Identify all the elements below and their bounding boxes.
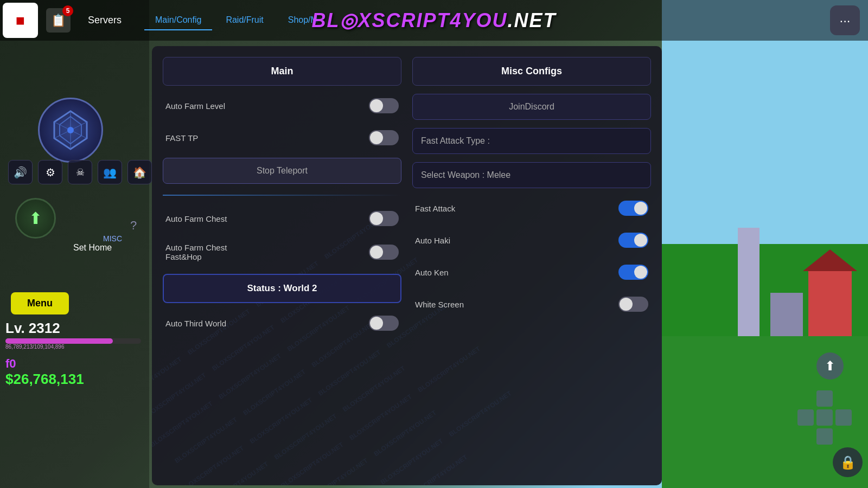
auto-haki-toggle[interactable] — [618, 233, 648, 248]
beli-f0: f0 — [5, 357, 84, 371]
misc-label: MISC — [103, 234, 122, 243]
top-bar: ■ 📋 5 Servers Main/Config Raid/Fruit Sho… — [0, 0, 868, 41]
toggle-knob — [370, 212, 383, 225]
right-column: Misc Configs JoinDiscord Fast Attack Typ… — [412, 57, 651, 474]
notification-button[interactable]: 📋 5 — [46, 8, 71, 33]
auto-third-world-row: Auto Third World — [163, 311, 401, 335]
dpad-up[interactable] — [816, 390, 833, 407]
game-building-2 — [770, 293, 803, 336]
exp-text: 86,789,213/109,104,896 — [5, 344, 141, 350]
toggle-knob — [634, 266, 647, 279]
nav-tabs: Main/Config Raid/Fruit Shop/M — [144, 11, 329, 30]
toggle-knob — [634, 234, 647, 247]
avatar — [38, 98, 103, 163]
notification-badge: 5 — [62, 5, 73, 16]
white-screen-row: White Screen — [412, 292, 651, 316]
players-button[interactable]: 👥 — [98, 160, 122, 184]
auto-ken-toggle[interactable] — [618, 265, 648, 280]
auto-farm-level-row: Auto Farm Level — [163, 94, 401, 118]
game-tower — [738, 228, 760, 336]
fast-attack-type-dropdown[interactable]: Fast Attack Type : — [412, 128, 651, 154]
right-game-panel: ⬆ 🔒 — [662, 0, 868, 488]
toggle-knob — [634, 202, 647, 215]
main-header-button[interactable]: Main — [163, 57, 401, 86]
auto-farm-level-label: Auto Farm Level — [165, 101, 225, 111]
settings-button[interactable]: ⚙ — [38, 160, 62, 184]
dpad-right[interactable] — [835, 409, 852, 426]
left-game-panel: 🔊 ⚙ ☠ 👥 🏠 ⬆ MISC ? Set Home Menu Lv. 231… — [0, 0, 149, 488]
toggle-knob — [620, 298, 633, 311]
svg-point-5 — [67, 127, 74, 133]
auto-farm-chest-label: Auto Farm Chest — [165, 214, 227, 223]
auto-farm-chest-row: Auto Farm Chest — [163, 207, 401, 230]
game-building-1 — [808, 271, 852, 336]
game-scene: ⬆ 🔒 — [662, 0, 868, 488]
select-weapon-dropdown[interactable]: Select Weapon : Melee — [412, 162, 651, 188]
stop-teleport-button[interactable]: Stop Teleport — [163, 158, 401, 184]
level-text: Lv. 2312 — [5, 320, 141, 337]
question-mark[interactable]: ? — [130, 219, 137, 233]
auto-third-world-label: Auto Third World — [165, 319, 226, 328]
dpad — [797, 390, 852, 445]
auto-ken-label: Auto Ken — [415, 268, 449, 277]
divider — [163, 195, 401, 196]
roblox-logo[interactable]: ■ — [3, 3, 38, 38]
dpad-down[interactable] — [816, 428, 833, 445]
hud-controls: 🔊 ⚙ ☠ 👥 🏠 — [8, 160, 152, 184]
auto-farm-level-toggle[interactable] — [369, 98, 399, 113]
fast-attack-toggle[interactable] — [618, 201, 648, 216]
fast-tp-toggle[interactable] — [369, 130, 399, 145]
toggle-knob — [370, 246, 383, 259]
set-home-label: Set Home — [73, 243, 112, 253]
fast-attack-row: Fast Attack — [412, 196, 651, 220]
toggle-knob — [370, 131, 383, 144]
auto-haki-label: Auto Haki — [415, 236, 450, 245]
script-panel: BLOXSCRIPT4YOU.NET BLOXSCRIPT4YOU.NET BL… — [152, 46, 662, 485]
exp-fill — [5, 338, 113, 344]
sound-button[interactable]: 🔊 — [8, 160, 33, 184]
toggle-knob — [370, 317, 383, 330]
left-column: Main Auto Farm Level FAST TP Stop Telepo… — [163, 57, 401, 474]
up-arrow-button[interactable]: ⬆ — [816, 352, 844, 380]
compass[interactable]: ⬆ — [15, 198, 56, 239]
pirate-button[interactable]: ☠ — [68, 160, 92, 184]
dpad-center — [816, 409, 833, 426]
auto-third-world-toggle[interactable] — [369, 316, 399, 331]
toggle-knob — [370, 99, 383, 112]
lock-button[interactable]: 🔒 — [833, 447, 863, 477]
join-discord-button[interactable]: JoinDiscord — [412, 94, 651, 120]
site-title: BL◎XSCRIPT4YOU.NET — [311, 9, 556, 32]
auto-ken-row: Auto Ken — [412, 260, 651, 284]
avatar-icon — [49, 108, 92, 152]
dpad-left[interactable] — [797, 409, 814, 426]
tab-main-config[interactable]: Main/Config — [144, 11, 212, 30]
game-building-roof — [803, 249, 857, 271]
more-button[interactable]: ··· — [830, 5, 860, 35]
avatar-container — [38, 98, 103, 163]
fast-tp-row: FAST TP — [163, 126, 401, 150]
beli-currency: f0 $26,768,131 — [5, 357, 84, 388]
beli-amount: $26,768,131 — [5, 371, 84, 388]
auto-farm-chest-fast-row: Auto Farm ChestFast&Hop — [163, 239, 401, 266]
status-button[interactable]: Status : World 2 — [163, 274, 401, 303]
exp-bar — [5, 338, 141, 344]
auto-haki-row: Auto Haki — [412, 228, 651, 252]
tab-raid-fruit[interactable]: Raid/Fruit — [215, 11, 274, 30]
level-display: Lv. 2312 86,789,213/109,104,896 — [5, 320, 141, 350]
white-screen-label: White Screen — [415, 300, 464, 309]
auto-farm-chest-fast-toggle[interactable] — [369, 245, 399, 260]
home-button[interactable]: 🏠 — [127, 160, 152, 184]
auto-farm-chest-toggle[interactable] — [369, 211, 399, 226]
menu-button[interactable]: Menu — [11, 292, 69, 314]
white-screen-toggle[interactable] — [618, 297, 648, 312]
fast-tp-label: FAST TP — [165, 133, 198, 143]
servers-button[interactable]: Servers — [81, 10, 128, 30]
fast-attack-label: Fast Attack — [415, 204, 455, 213]
misc-configs-header-button[interactable]: Misc Configs — [412, 57, 651, 86]
auto-farm-chest-fast-label: Auto Farm ChestFast&Hop — [165, 243, 227, 261]
